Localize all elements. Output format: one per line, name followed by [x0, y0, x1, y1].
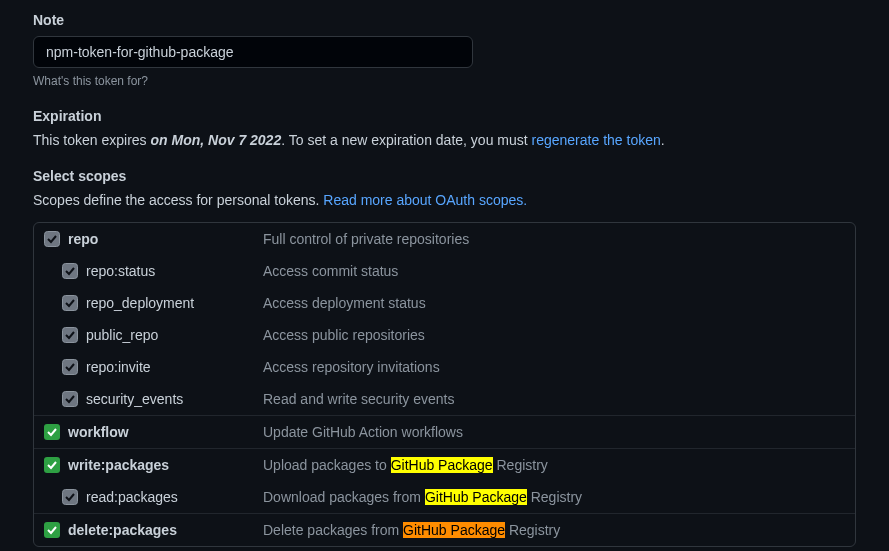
highlight-github-package: GitHub Package	[425, 489, 527, 505]
desc-pre: Download packages from	[263, 489, 425, 505]
scope-desc-repo-deployment: Access deployment status	[263, 295, 426, 311]
checkbox-checked-icon	[44, 457, 60, 473]
checkbox-repo-invite[interactable]	[62, 359, 78, 375]
scope-desc-public-repo: Access public repositories	[263, 327, 425, 343]
desc-pre: Delete packages from	[263, 522, 403, 538]
expiration-date: on Mon, Nov 7 2022	[151, 132, 282, 148]
svg-rect-8	[63, 490, 78, 505]
desc-pre: Upload packages to	[263, 457, 391, 473]
desc-post: Registry	[505, 522, 560, 538]
scopes-desc-text: Scopes define the access for personal to…	[33, 192, 323, 208]
checkbox-security-events[interactable]	[62, 391, 78, 407]
checkbox-checked-icon	[44, 522, 60, 538]
scope-desc-read-packages: Download packages from GitHub Package Re…	[263, 489, 582, 505]
highlight-github-package: GitHub Package	[391, 457, 493, 473]
regenerate-token-link[interactable]: regenerate the token	[532, 132, 661, 148]
scope-group-repo: repo Full control of private repositorie…	[34, 223, 855, 416]
svg-rect-1	[63, 264, 78, 279]
checkbox-workflow[interactable]	[44, 424, 60, 440]
svg-rect-3	[63, 328, 78, 343]
checkbox-unchecked-disabled-icon	[44, 231, 60, 247]
scope-row-repo: repo Full control of private repositorie…	[34, 223, 855, 255]
checkbox-public-repo[interactable]	[62, 327, 78, 343]
expiration-middle: To set a new expiration date, you must	[285, 132, 531, 148]
scope-group-delete-packages: delete:packages Delete packages from Git…	[34, 514, 855, 546]
expiration-text: This token expires on Mon, Nov 7 2022. T…	[33, 132, 856, 148]
scope-desc-write-packages: Upload packages to GitHub Package Regist…	[263, 457, 548, 473]
svg-rect-4	[63, 360, 78, 375]
expiration-label: Expiration	[33, 108, 856, 124]
scope-name-repo-deployment: repo_deployment	[86, 295, 263, 311]
scope-row-public-repo: public_repo Access public repositories	[34, 319, 855, 351]
note-hint: What's this token for?	[33, 74, 856, 88]
scope-name-write-packages: write:packages	[68, 457, 263, 473]
checkbox-write-packages[interactable]	[44, 457, 60, 473]
scope-name-security-events: security_events	[86, 391, 263, 407]
checkbox-unchecked-disabled-icon	[62, 489, 78, 505]
scope-desc-security-events: Read and write security events	[263, 391, 454, 407]
checkbox-repo-status[interactable]	[62, 263, 78, 279]
scope-desc-repo: Full control of private repositories	[263, 231, 469, 247]
expiration-prefix: This token expires	[33, 132, 151, 148]
scope-name-public-repo: public_repo	[86, 327, 263, 343]
scope-row-workflow: workflow Update GitHub Action workflows	[34, 416, 855, 448]
desc-post: Registry	[493, 457, 548, 473]
note-input[interactable]	[33, 36, 473, 68]
scope-row-security-events: security_events Read and write security …	[34, 383, 855, 415]
oauth-scopes-link[interactable]: Read more about OAuth scopes.	[323, 192, 527, 208]
scope-name-workflow: workflow	[68, 424, 263, 440]
checkbox-unchecked-disabled-icon	[62, 263, 78, 279]
scopes-table: repo Full control of private repositorie…	[33, 222, 856, 547]
scope-row-repo-deployment: repo_deployment Access deployment status	[34, 287, 855, 319]
checkbox-repo-deployment[interactable]	[62, 295, 78, 311]
svg-rect-0	[45, 232, 60, 247]
scope-row-read-packages: read:packages Download packages from Git…	[34, 481, 855, 513]
expiration-suffix: .	[661, 132, 665, 148]
checkbox-repo[interactable]	[44, 231, 60, 247]
checkbox-unchecked-disabled-icon	[62, 295, 78, 311]
scope-row-delete-packages: delete:packages Delete packages from Git…	[34, 514, 855, 546]
checkbox-checked-icon	[44, 424, 60, 440]
scope-desc-repo-status: Access commit status	[263, 263, 398, 279]
checkbox-unchecked-disabled-icon	[62, 391, 78, 407]
svg-rect-9	[44, 522, 60, 538]
scope-desc-workflow: Update GitHub Action workflows	[263, 424, 463, 440]
select-scopes-label: Select scopes	[33, 168, 856, 184]
scope-row-repo-invite: repo:invite Access repository invitation…	[34, 351, 855, 383]
svg-rect-2	[63, 296, 78, 311]
checkbox-delete-packages[interactable]	[44, 522, 60, 538]
checkbox-unchecked-disabled-icon	[62, 327, 78, 343]
scope-row-write-packages: write:packages Upload packages to GitHub…	[34, 449, 855, 481]
scope-desc-delete-packages: Delete packages from GitHub Package Regi…	[263, 522, 560, 538]
scope-group-workflow: workflow Update GitHub Action workflows	[34, 416, 855, 449]
scope-row-repo-status: repo:status Access commit status	[34, 255, 855, 287]
scope-name-read-packages: read:packages	[86, 489, 263, 505]
svg-rect-5	[63, 392, 78, 407]
highlight-github-package: GitHub Package	[403, 522, 505, 538]
scope-group-write-packages: write:packages Upload packages to GitHub…	[34, 449, 855, 514]
scope-name-repo: repo	[68, 231, 263, 247]
scope-name-repo-status: repo:status	[86, 263, 263, 279]
desc-post: Registry	[527, 489, 582, 505]
scopes-description: Scopes define the access for personal to…	[33, 192, 856, 208]
checkbox-read-packages[interactable]	[62, 489, 78, 505]
scope-name-delete-packages: delete:packages	[68, 522, 263, 538]
note-label: Note	[33, 12, 856, 28]
checkbox-unchecked-disabled-icon	[62, 359, 78, 375]
svg-rect-6	[44, 424, 60, 440]
scope-name-repo-invite: repo:invite	[86, 359, 263, 375]
scope-desc-repo-invite: Access repository invitations	[263, 359, 440, 375]
svg-rect-7	[44, 457, 60, 473]
